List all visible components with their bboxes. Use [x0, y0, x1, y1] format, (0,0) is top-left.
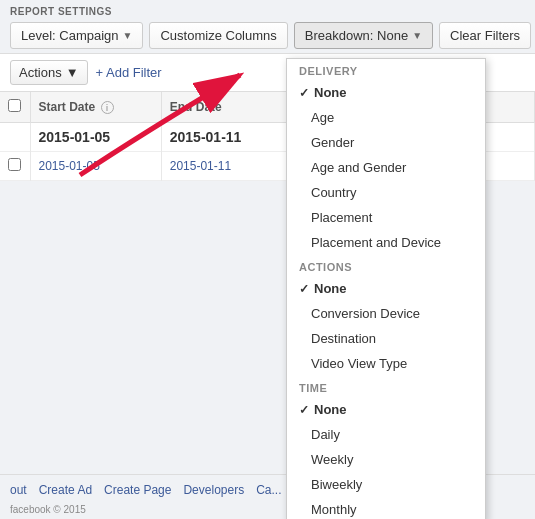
dropdown-item-age[interactable]: Age [287, 105, 485, 130]
dropdown-item-weekly[interactable]: Weekly [287, 447, 485, 472]
add-filter-button[interactable]: + Add Filter [96, 65, 162, 80]
dropdown-item-country[interactable]: Country [287, 180, 485, 205]
start-date-header: Start Date i [30, 92, 161, 123]
actions-section-label: ACTIONS [287, 255, 485, 276]
checkbox-header [0, 92, 30, 123]
dropdown-item-gender[interactable]: Gender [287, 130, 485, 155]
report-settings-controls: Level: Campaign ▼ Customize Columns Brea… [10, 22, 525, 49]
dropdown-item-video-view-type[interactable]: Video View Type [287, 351, 485, 376]
row-start-date: 2015-01-05 [30, 152, 161, 181]
dropdown-item-none-time[interactable]: None [287, 397, 485, 422]
time-section-label: TIME [287, 376, 485, 397]
dropdown-item-none-actions[interactable]: None [287, 276, 485, 301]
dropdown-item-daily[interactable]: Daily [287, 422, 485, 447]
row-checkbox[interactable] [8, 158, 21, 171]
dropdown-item-monthly[interactable]: Monthly [287, 497, 485, 519]
footer-link-developers[interactable]: Developers [183, 483, 244, 497]
report-settings-label: REPORT SETTINGS [10, 6, 525, 17]
start-date-info-icon[interactable]: i [101, 101, 114, 114]
clear-filters-button[interactable]: Clear Filters [439, 22, 531, 49]
footer-link-ca[interactable]: Ca... [256, 483, 281, 497]
dropdown-item-placement-device[interactable]: Placement and Device [287, 230, 485, 255]
row-start-date: 2015-01-05 [30, 123, 161, 152]
dropdown-item-age-gender[interactable]: Age and Gender [287, 155, 485, 180]
actions-caret-icon: ▼ [66, 65, 79, 80]
customize-columns-button[interactable]: Customize Columns [149, 22, 287, 49]
report-settings-bar: REPORT SETTINGS Level: Campaign ▼ Custom… [0, 0, 535, 54]
dropdown-item-placement[interactable]: Placement [287, 205, 485, 230]
breakdown-caret-icon: ▼ [412, 30, 422, 41]
row-end-date: 2015-01-11 [161, 152, 287, 181]
level-button[interactable]: Level: Campaign ▼ [10, 22, 143, 49]
delivery-section-label: DELIVERY [287, 59, 485, 80]
breakdown-button[interactable]: Breakdown: None ▼ [294, 22, 433, 49]
row-end-date: 2015-01-11 [161, 123, 287, 152]
footer-link-create-ad[interactable]: Create Ad [39, 483, 92, 497]
level-caret-icon: ▼ [123, 30, 133, 41]
dropdown-item-destination[interactable]: Destination [287, 326, 485, 351]
select-all-checkbox[interactable] [8, 99, 21, 112]
row-checkbox-cell [0, 123, 30, 152]
footer-link-out[interactable]: out [10, 483, 27, 497]
breakdown-dropdown: DELIVERY None Age Gender Age and Gender … [286, 58, 486, 519]
dropdown-item-none-delivery[interactable]: None [287, 80, 485, 105]
dropdown-item-conversion-device[interactable]: Conversion Device [287, 301, 485, 326]
actions-button[interactable]: Actions ▼ [10, 60, 88, 85]
row-checkbox-cell[interactable] [0, 152, 30, 181]
dropdown-item-biweekly[interactable]: Biweekly [287, 472, 485, 497]
end-date-header: End Date [161, 92, 287, 123]
footer-link-create-page[interactable]: Create Page [104, 483, 171, 497]
